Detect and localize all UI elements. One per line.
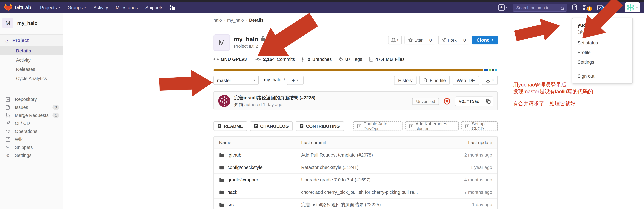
table-row[interactable]: config/checkstyle Refactor checkstyle (#… (214, 161, 498, 174)
new-menu-button[interactable]: + ▾ (498, 4, 508, 11)
merge-requests-icon[interactable]: 1 (583, 4, 592, 11)
document-icon (218, 124, 222, 128)
commit-byline: 知雨 authored 1 day ago (234, 102, 282, 108)
repo-path-project[interactable]: my_halo (264, 77, 281, 82)
copy-sha-button[interactable] (483, 97, 493, 106)
license-stat[interactable]: GNU GPLv3 (214, 57, 249, 62)
commit-author[interactable]: 知雨 (234, 102, 243, 107)
file-navigation: master ▾ my_halo / + ▾ History Find file… (214, 76, 498, 85)
arrow-to-branch-selector (159, 69, 213, 98)
sidebar-item-snippets[interactable]: ✂ Snippets (0, 143, 63, 151)
folder-icon (219, 165, 224, 170)
user-dropdown-header: yuchao @yuchao (572, 18, 632, 38)
chevron-down-icon: ▾ (506, 6, 508, 9)
nav-groups[interactable]: Groups▾ (68, 5, 86, 10)
fork-count[interactable]: 0 (460, 36, 469, 44)
commits-stat[interactable]: 2,164Commits (256, 57, 295, 62)
page: GitLab Projects▾ Groups▾ Activity Milest… (0, 0, 644, 209)
nav-milestones[interactable]: Milestones (116, 5, 138, 10)
breadcrumb-my-halo[interactable]: my_halo (227, 18, 244, 22)
annotation-line: 发现master是没有laoliu写的代码的 (513, 88, 593, 95)
tags-stat[interactable]: 87Tags (338, 57, 362, 62)
language-bar[interactable] (214, 69, 498, 71)
chevron-down-icon: ▾ (58, 6, 60, 9)
files-stat[interactable]: 47.4 MBFiles (369, 56, 404, 62)
sidebar-project-header[interactable]: M my_halo (0, 13, 63, 32)
chevron-down-icon: ▾ (297, 79, 298, 82)
enable-auto-devops-button[interactable]: Enable Auto DevOps (353, 121, 402, 131)
add-file-button[interactable]: + ▾ (287, 76, 304, 85)
menu-item-settings[interactable]: Settings (572, 57, 632, 67)
unverified-badge[interactable]: Unverified (412, 98, 439, 105)
help-menu-button[interactable]: ? ▾ (611, 5, 620, 10)
chevron-down-icon: ▾ (492, 79, 494, 82)
contributing-button[interactable]: CONTRIBUTING (296, 121, 344, 131)
sidebar-item-merge-requests[interactable]: Merge Requests 1 (0, 111, 63, 119)
sidebar-item-operations[interactable]: Operations (0, 127, 63, 135)
sidebar-item-wiki[interactable]: Wiki (0, 135, 63, 143)
menu-item-profile[interactable]: Profile (572, 48, 632, 57)
home-icon: ⌂ (5, 38, 8, 43)
commit-author-avatar[interactable] (218, 95, 230, 108)
commit-title[interactable]: 完善install路径返回的页面结果 (#2225) (234, 95, 402, 101)
sidebar-item-cycle-analytics[interactable]: Cycle Analytics (0, 74, 63, 83)
find-file-button[interactable]: Find file (419, 76, 450, 85)
top-navbar: GitLab Projects▾ Groups▾ Activity Milest… (0, 2, 644, 13)
history-button[interactable]: History (394, 76, 416, 85)
project-sidebar: M my_halo ⌂ Project Details Activity Rel… (0, 13, 63, 209)
sidebar-item-activity[interactable]: Activity (0, 55, 63, 64)
issues-icon[interactable] (572, 4, 578, 10)
sidebar-item-settings[interactable]: ⚙ Settings (0, 151, 63, 159)
star-button[interactable]: Star (405, 36, 426, 44)
file-table-header: Name Last commit Last update (214, 136, 498, 149)
download-button[interactable]: ▾ (482, 76, 498, 85)
language-segment (495, 69, 498, 71)
set-up-cicd-button[interactable]: Set up CI/CD (461, 121, 498, 131)
add-kubernetes-cluster-button[interactable]: Add Kubernetes cluster (405, 121, 458, 131)
help-icon: ? (611, 5, 617, 10)
user-avatar-button[interactable]: ▾ (625, 2, 640, 12)
branches-stat[interactable]: 2Branches (302, 57, 332, 62)
commit-icon (256, 57, 261, 61)
clone-button[interactable]: Clone ▾ (472, 36, 498, 44)
fork-button[interactable]: Fork (438, 36, 460, 44)
folder-icon (219, 202, 224, 207)
lock-icon (261, 35, 265, 42)
sidebar-item-releases[interactable]: Releases (0, 64, 63, 74)
todos-icon[interactable]: 1 (597, 4, 606, 11)
sidebar-item-cicd[interactable]: CI / CD (0, 119, 63, 127)
sidebar-item-details[interactable]: Details (0, 46, 63, 55)
nav-snippets[interactable]: Snippets (146, 5, 163, 10)
readme-button[interactable]: README (214, 121, 247, 131)
changelog-button[interactable]: CHANGELOG (250, 121, 293, 131)
breadcrumb: halo › my_halo › Details (214, 18, 498, 22)
plus-icon: + (292, 78, 295, 83)
pipeline-failed-icon[interactable] (444, 98, 450, 104)
breadcrumb-halo[interactable]: halo (214, 18, 222, 22)
star-count[interactable]: 0 (426, 36, 435, 44)
gitlab-logo[interactable]: GitLab (4, 3, 31, 12)
language-segment (214, 69, 484, 71)
sidebar-item-project[interactable]: ⌂ Project (0, 35, 63, 46)
table-row[interactable]: hack chore: add cherry_pick_pull.sh for … (214, 186, 498, 198)
sidebar-item-repository[interactable]: Repository (0, 95, 63, 103)
chevron-down-icon: ▾ (492, 38, 494, 42)
table-row[interactable]: gradle/wrapper Upgrade gradle 7.0 to 7.4… (214, 174, 498, 186)
file-icon (369, 56, 374, 62)
nav-projects[interactable]: Projects▾ (40, 5, 60, 10)
menu-item-set-status[interactable]: Set status (572, 38, 632, 48)
table-row[interactable]: .github Add Pull Request template (#2078… (214, 149, 498, 161)
nav-activity[interactable]: Activity (94, 5, 108, 10)
charts-icon[interactable] (170, 5, 175, 10)
merge-request-icon (5, 113, 10, 118)
branch-selector[interactable]: master ▾ (214, 76, 259, 85)
tanuki-icon (4, 3, 12, 12)
project-actions: ▾ Star 0 Fork 0 (388, 36, 498, 44)
file-table: Name Last commit Last update .github Add… (214, 136, 498, 209)
search-input[interactable] (513, 4, 567, 12)
menu-item-sign-out[interactable]: Sign out (572, 71, 632, 81)
sidebar-item-issues[interactable]: Issues 0 (0, 103, 63, 111)
web-ide-button[interactable]: Web IDE (453, 76, 479, 85)
notifications-button[interactable]: ▾ (388, 36, 402, 44)
table-row[interactable]: src 完善install路径返回的页面结果 (#2225) 1 day ago (214, 198, 498, 209)
